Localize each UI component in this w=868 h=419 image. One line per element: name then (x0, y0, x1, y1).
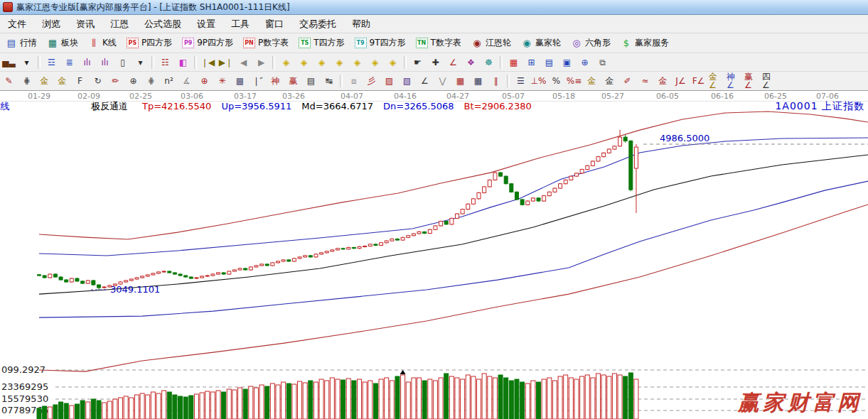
ying-tool-icon[interactable]: 赢 (285, 73, 301, 89)
percent-lines-icon[interactable]: %≡ (566, 73, 582, 89)
pencil-tool-icon[interactable]: ✎ (1, 73, 17, 89)
mirror-angle-icon[interactable]: ∡ (178, 73, 195, 89)
hatch-tool-icon[interactable]: ⋕ (18, 73, 35, 89)
kline-display-icon[interactable]: ▅▃ (1, 55, 17, 70)
t9-square-button[interactable]: T99T四方形 (350, 36, 410, 50)
gann-pattern-icon[interactable]: ☷ (157, 55, 173, 70)
menu-settings[interactable]: 设置 (189, 16, 223, 32)
expand-all-icon[interactable]: ◈ (385, 55, 401, 70)
gann-fan-box2-icon[interactable]: ▧ (399, 73, 415, 89)
expand-right-icon[interactable]: ◈ (367, 55, 383, 70)
menu-trade[interactable]: 交易委托 (291, 16, 344, 32)
gann-fan-box-icon[interactable]: ▨ (381, 73, 397, 89)
menu-gann[interactable]: 江恩 (102, 16, 136, 32)
angle-rays-icon[interactable]: ∠ (417, 73, 433, 89)
menu-browse[interactable]: 浏览 (34, 16, 68, 32)
sectors-button[interactable]: ▦板块 (43, 36, 82, 50)
single-candle-icon[interactable]: ▯ (114, 55, 131, 70)
expand-left-icon[interactable]: ◈ (349, 55, 365, 70)
measure-span-icon[interactable]: ↹ (321, 73, 337, 89)
angle-measure-icon[interactable]: ∠ (445, 55, 461, 70)
p-square-button[interactable]: PSP四方形 (122, 36, 176, 50)
gold-lines-icon[interactable]: 金 (601, 73, 618, 89)
t-number-table-button[interactable]: TNT数字表 (412, 36, 466, 50)
menu-tools[interactable]: 工具 (223, 16, 257, 32)
gann-circle-icon[interactable]: ⊕ (125, 73, 141, 89)
gold-circle-icon[interactable]: 金 (584, 73, 600, 89)
zoom-right-icon[interactable]: ◈ (296, 55, 312, 70)
parallel-lines-icon[interactable]: ∥ (488, 73, 504, 89)
ying-angle-icon[interactable]: 赢∠ (744, 73, 760, 89)
last-page-icon[interactable]: ▶❘ (218, 55, 234, 70)
p9-square-button[interactable]: P99P四方形 (178, 36, 237, 50)
menu-window[interactable]: 窗口 (257, 16, 291, 32)
fan-rays-icon[interactable]: 彡 (363, 73, 380, 89)
star-burst-icon[interactable]: ✳ (214, 73, 230, 89)
next-icon[interactable]: ▶ (253, 55, 269, 70)
gann-wheel-button[interactable]: ◉江恩轮 (467, 36, 515, 50)
menu-formula-picker[interactable]: 公式选股 (136, 16, 189, 32)
kline-quote-icon[interactable]: ❘″ (250, 73, 266, 89)
cycle-tool-icon[interactable]: ☸ (481, 55, 497, 70)
bars-3-icon[interactable]: ılı (79, 55, 95, 70)
overlay-chart-icon[interactable]: ☲ (43, 55, 60, 70)
calendar-icon[interactable]: ▦ (505, 55, 522, 70)
gold-box-icon[interactable]: 金 (655, 73, 671, 89)
p-number-table-button[interactable]: PNP数字表 (239, 36, 293, 50)
chart-area[interactable]: 01-2902-0902-2503-0603-1703-2604-0704-16… (0, 91, 868, 419)
gann-gold-grid2-icon[interactable]: 金 (54, 73, 70, 89)
email-web-icon[interactable]: ⊕ (577, 55, 593, 70)
gann-shape-icon[interactable]: ❖ (463, 55, 479, 70)
t-square-button[interactable]: TST四方形 (294, 36, 348, 50)
price-pencil-icon[interactable]: ✐ (619, 73, 636, 89)
shen-angle-icon[interactable]: 神∠ (726, 73, 742, 89)
calculator-icon[interactable]: ⊞ (523, 55, 540, 70)
notebook-icon[interactable]: ▤ (541, 55, 557, 70)
candle-dropdown-icon[interactable]: ▾ (132, 55, 149, 70)
f10-info-icon[interactable]: ≣ (61, 55, 77, 70)
zoom-h-icon[interactable]: ◈ (314, 55, 330, 70)
print-icon[interactable]: ⧉ (594, 55, 611, 70)
style-dropdown-icon[interactable]: ▾ (18, 55, 35, 70)
price-grid-icon[interactable]: ▦ (452, 73, 468, 89)
main-chart[interactable]: 01-2902-0902-2503-0603-1703-2604-0704-16… (0, 91, 868, 419)
ruler-123-icon[interactable]: ▤ (303, 73, 319, 89)
gann-gold-grid-icon[interactable]: 金 (36, 73, 53, 89)
menu-news[interactable]: 资讯 (68, 16, 102, 32)
j-angle-icon[interactable]: J∠ (673, 73, 689, 89)
hand-drag-icon[interactable]: ☛ (409, 55, 426, 70)
winner-service-button[interactable]: $赢家服务 (616, 36, 673, 50)
n2-tool-icon[interactable]: n² (161, 73, 177, 89)
kline-pane-tab[interactable]: K线 (0, 100, 16, 113)
f-angle-icon[interactable]: F∠ (690, 73, 707, 89)
price-grid2-icon[interactable]: ▦ (470, 73, 486, 89)
retrace-percent-icon[interactable]: ⊥% (530, 73, 547, 89)
ruler-lines-icon[interactable]: ⋕ (143, 73, 159, 89)
first-page-icon[interactable]: ❘◀ (200, 55, 216, 70)
spiral-tool-icon[interactable]: ↻ (90, 73, 106, 89)
zoom-v-icon[interactable]: ◈ (331, 55, 348, 70)
kline-button[interactable]: ⫼K线 (84, 36, 121, 50)
wave-band-icon[interactable]: ≈ (637, 73, 653, 89)
si-angle-icon[interactable]: 四∠ (761, 73, 778, 89)
quotes-button[interactable]: ▤行情 (1, 36, 41, 50)
volume-colored-icon[interactable]: ◧ (175, 55, 191, 70)
bars-9-icon[interactable]: ılı (97, 55, 113, 70)
v-lines-icon[interactable]: ⋁ (434, 73, 451, 89)
grid-star-icon[interactable]: ▩ (232, 73, 248, 89)
prev-icon[interactable]: ◀ (235, 55, 252, 70)
f-lines-icon[interactable]: F (72, 73, 88, 89)
gold-angle-icon[interactable]: 金∠ (708, 73, 724, 89)
hexagon-button[interactable]: ◎六角形 (567, 36, 615, 50)
box-node-icon[interactable]: ⧈ (345, 73, 362, 89)
fib-levels-icon[interactable]: ☰ (513, 73, 529, 89)
menu-file[interactable]: 文件 (0, 16, 34, 32)
percent-icon[interactable]: % (548, 73, 564, 89)
pencil-grid-icon[interactable]: ✏ (107, 73, 124, 89)
save-icon[interactable]: ▣ (559, 55, 575, 70)
crosshair-icon[interactable]: ✚ (427, 55, 444, 70)
zoom-left-icon[interactable]: ◈ (278, 55, 294, 70)
shen-tool-icon[interactable]: 神 (267, 73, 284, 89)
menu-help[interactable]: 帮助 (344, 16, 378, 32)
target-circle-icon[interactable]: ⊕ (196, 73, 213, 89)
